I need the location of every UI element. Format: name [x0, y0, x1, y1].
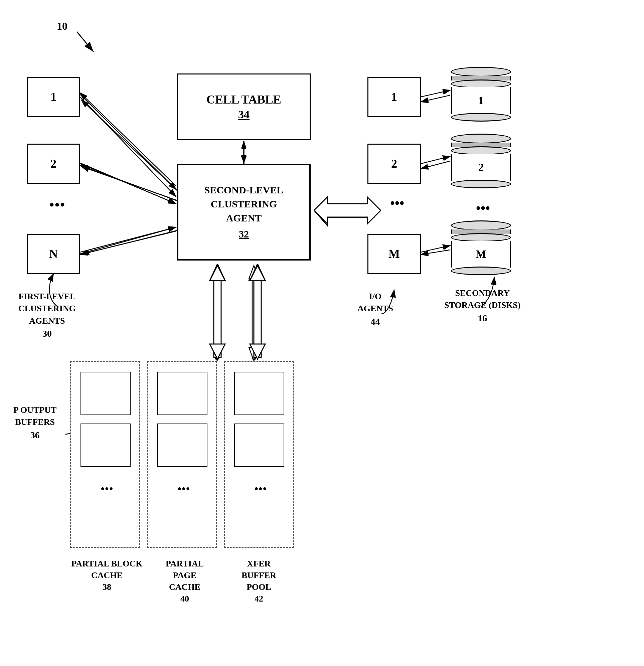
cylinder-2: 2 — [451, 134, 511, 188]
arrow-down-left — [206, 264, 228, 361]
svg-marker-39 — [210, 344, 225, 359]
svg-line-7 — [80, 227, 176, 254]
buf-cell-pb-1 — [81, 372, 130, 415]
svg-line-4 — [81, 100, 177, 190]
svg-line-19 — [80, 163, 176, 204]
svg-marker-36 — [249, 347, 259, 361]
svg-marker-40 — [210, 265, 225, 281]
buf-cell-pp-1 — [157, 372, 207, 415]
svg-marker-12 — [316, 199, 367, 225]
cyl-label-m: M — [476, 248, 486, 261]
svg-line-29 — [421, 161, 450, 169]
arrow-down-right — [246, 264, 268, 361]
io-box-1: 1 — [367, 77, 421, 117]
svg-marker-33 — [212, 347, 222, 361]
svg-line-3 — [80, 97, 176, 197]
svg-marker-38 — [210, 264, 225, 357]
buf-dots-pb: ••• — [101, 482, 113, 496]
io-label-m: M — [388, 247, 400, 261]
label-secondary-storage: SECONDARYSTORAGE (DISKS) 16 — [444, 287, 521, 325]
svg-marker-11 — [241, 141, 246, 148]
label-io-agents: I/OAGENTS 44 — [358, 291, 393, 328]
svg-marker-35 — [249, 267, 259, 359]
flca-label-2: 2 — [50, 157, 56, 171]
partial-block-cache: ••• — [70, 361, 140, 548]
cell-table-label: CELL TABLE — [206, 92, 281, 108]
cyl-label-2: 2 — [478, 161, 484, 174]
svg-marker-25 — [241, 155, 246, 164]
svg-line-0 — [77, 32, 93, 52]
svg-marker-14 — [314, 197, 381, 224]
flca-box-n: N — [27, 234, 80, 274]
buf-dots-pp: ••• — [177, 482, 190, 496]
slca-box: SECOND-LEVELCLUSTERINGAGENT 32 — [177, 164, 311, 261]
svg-line-28 — [421, 156, 450, 164]
cell-table-box: CELL TABLE 34 — [177, 73, 311, 140]
io-box-m: M — [367, 234, 421, 274]
flca-label-1: 1 — [50, 90, 56, 104]
slca-label: SECOND-LEVELCLUSTERINGAGENT — [205, 183, 283, 225]
flca-dots: ••• — [49, 197, 66, 213]
cylinder-m: M — [451, 221, 511, 275]
flca-box-2: 2 — [27, 144, 80, 184]
svg-line-21 — [80, 227, 176, 252]
buf-cell-xf-1 — [234, 372, 284, 415]
svg-marker-10 — [241, 156, 246, 164]
svg-line-8 — [81, 230, 177, 255]
svg-line-18 — [80, 93, 176, 186]
io-dots: ••• — [390, 195, 404, 211]
flca-label-n: N — [49, 247, 58, 261]
svg-line-20 — [80, 165, 176, 200]
svg-line-26 — [421, 90, 450, 97]
cyl-dots: ••• — [476, 200, 490, 216]
label-partial-block-cache: PARTIAL BLOCK CACHE 38 — [62, 558, 152, 593]
label-xfer-buffer-pool: XFERBUFFERPOOL 42 — [214, 558, 304, 604]
buf-dots-xf: ••• — [254, 482, 267, 496]
svg-marker-24 — [241, 141, 246, 149]
io-label-1: 1 — [391, 90, 397, 104]
svg-marker-43 — [250, 265, 265, 281]
ref-number-10: 10 — [57, 20, 68, 32]
svg-line-22 — [80, 231, 176, 255]
partial-page-cache: ••• — [147, 361, 217, 548]
svg-line-31 — [421, 250, 450, 255]
svg-marker-41 — [250, 264, 265, 357]
slca-number: 32 — [239, 227, 249, 241]
svg-line-17 — [80, 94, 176, 189]
svg-marker-37 — [249, 265, 259, 279]
svg-marker-42 — [250, 344, 265, 359]
svg-line-27 — [421, 95, 450, 102]
diagram-container: 10 — [0, 0, 644, 666]
cell-table-number: 34 — [238, 107, 249, 122]
xfer-buffer-pool: ••• — [224, 361, 294, 548]
buf-cell-pb-2 — [81, 423, 130, 467]
buf-cell-xf-2 — [234, 423, 284, 467]
label-flca: FIRST-LEVELCLUSTERINGAGENTS 30 — [18, 291, 76, 340]
buf-cell-pp-2 — [157, 423, 207, 467]
svg-line-5 — [80, 164, 176, 204]
svg-line-6 — [81, 166, 177, 200]
label-p-output: P OUTPUTBUFFERS 36 — [13, 404, 56, 441]
io-box-2: 2 — [367, 144, 421, 184]
svg-marker-13 — [316, 199, 374, 225]
svg-marker-34 — [212, 265, 222, 279]
cyl-label-1: 1 — [478, 94, 484, 107]
cylinder-1: 1 — [451, 67, 511, 122]
svg-line-30 — [421, 245, 450, 252]
io-label-2: 2 — [391, 157, 397, 171]
svg-marker-32 — [212, 267, 222, 359]
flca-box-1: 1 — [27, 77, 80, 117]
